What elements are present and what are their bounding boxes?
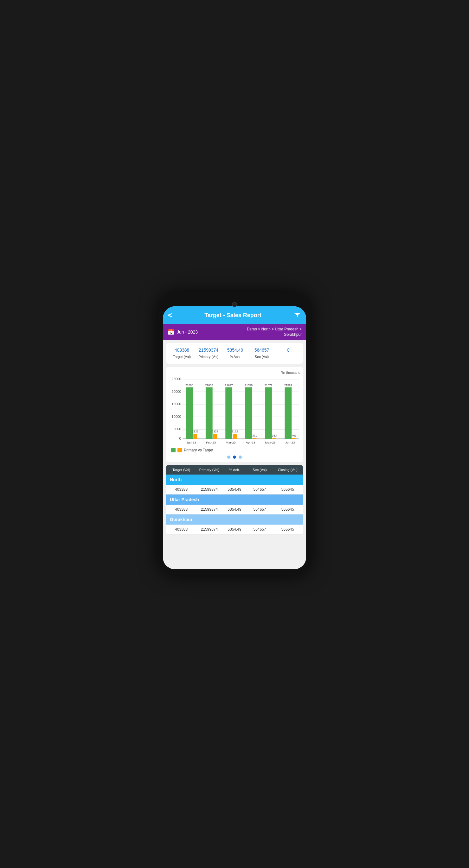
svg-text:10000: 10000: [171, 414, 181, 418]
svg-rect-32: [265, 387, 272, 438]
section-gorakhpur-header[interactable]: Gorakhpur: [166, 515, 303, 525]
svg-text:21558: 21558: [245, 383, 253, 386]
phone-frame: < Target - Sales Report 📅 Jun - 2023 Dem…: [158, 293, 311, 575]
svg-text:Jun-23: Jun-23: [285, 441, 295, 444]
gorakhpur-target: 403388: [167, 527, 195, 532]
back-button[interactable]: <: [168, 311, 172, 319]
chart-note: *In thousand: [169, 371, 300, 374]
up-target: 403388: [167, 507, 195, 512]
section-gorakhpur: Gorakhpur 403388 21599374 5354.49 564657…: [166, 515, 303, 534]
gorakhpur-ach: 5354.49: [224, 527, 246, 532]
gorakhpur-closing: 565645: [274, 527, 302, 532]
filter-icon[interactable]: [293, 311, 301, 320]
svg-text:Jan-23: Jan-23: [186, 441, 196, 444]
svg-text:21635: 21635: [205, 383, 213, 386]
summary-target[interactable]: 403388 Target (Val): [169, 347, 195, 359]
chart-dot-1[interactable]: [227, 456, 230, 459]
content-area: 403388 Target (Val) 21599374 Primary (Va…: [163, 340, 306, 569]
date-section[interactable]: 📅 Jun - 2023: [167, 329, 198, 336]
svg-rect-39: [292, 438, 296, 439]
chart-dot-3[interactable]: [239, 456, 242, 459]
svg-text:2122: 2122: [212, 430, 218, 433]
svg-rect-37: [285, 387, 292, 438]
col-ach: % Ach.: [224, 468, 246, 472]
date-label: Jun - 2023: [177, 330, 198, 335]
svg-rect-14: [193, 434, 197, 439]
svg-text:Feb-23: Feb-23: [206, 441, 216, 444]
chart-dot-2[interactable]: [233, 456, 236, 459]
svg-text:5000: 5000: [173, 427, 181, 431]
gorakhpur-primary: 21599374: [195, 527, 223, 532]
svg-text:21608: 21608: [185, 383, 193, 386]
camera: [232, 302, 237, 307]
legend-label: Primary vs Target: [184, 448, 213, 453]
app-header: < Target - Sales Report: [163, 306, 306, 324]
svg-text:0: 0: [179, 437, 181, 440]
svg-text:21572: 21572: [265, 383, 272, 386]
up-closing: 565645: [274, 507, 302, 512]
summary-sec[interactable]: 564657 Sec (Val): [249, 347, 274, 359]
svg-rect-24: [233, 434, 237, 439]
svg-rect-22: [225, 387, 232, 438]
section-north-header[interactable]: North: [166, 474, 303, 485]
table-row: 403388 21599374 5354.49 564657 565645: [166, 525, 303, 534]
svg-text:Apr-23: Apr-23: [246, 441, 256, 444]
svg-text:Mar-23: Mar-23: [226, 441, 236, 444]
chart-area: 25000 20000 15000 10000 5000 0 21608 212…: [169, 376, 300, 445]
chart-card: *In thousand 25000 20000 15000: [166, 367, 303, 462]
svg-text:21599: 21599: [284, 383, 292, 386]
table-row: 403388 21599374 5354.49 564657 565645: [166, 505, 303, 514]
legend-yellow: [177, 448, 182, 453]
svg-text:2122: 2122: [192, 430, 198, 433]
svg-text:403: 403: [292, 434, 297, 437]
svg-rect-12: [186, 387, 193, 438]
north-ach: 5354.49: [224, 487, 246, 492]
svg-rect-27: [245, 387, 252, 438]
summary-primary[interactable]: 21599374 Primary (Val): [196, 347, 221, 359]
page-title: Target - Sales Report: [172, 312, 293, 319]
table-row: 403388 21599374 5354.49 564657 565645: [166, 485, 303, 494]
col-primary: Primary (Val): [195, 468, 223, 472]
phone-screen: < Target - Sales Report 📅 Jun - 2023 Dem…: [163, 306, 306, 569]
chart-pagination[interactable]: [169, 456, 300, 459]
data-table: Target (Val) Primary (Val) % Ach. Sec (V…: [166, 465, 303, 534]
svg-text:May-23: May-23: [265, 441, 275, 444]
svg-text:353: 353: [272, 434, 277, 437]
col-target: Target (Val): [167, 468, 195, 472]
svg-text:2122: 2122: [232, 430, 238, 433]
svg-text:20000: 20000: [171, 389, 181, 393]
up-ach: 5354.49: [224, 507, 246, 512]
svg-text:21627: 21627: [225, 383, 233, 386]
section-north: North 403388 21599374 5354.49 564657 565…: [166, 474, 303, 495]
north-primary: 21599374: [195, 487, 223, 492]
svg-rect-34: [272, 438, 276, 439]
svg-text:15000: 15000: [171, 402, 181, 406]
svg-text:25000: 25000: [171, 377, 181, 381]
summary-extra: C: [276, 347, 301, 359]
legend-green: [171, 448, 176, 453]
summary-ach[interactable]: 5354.49 % Ach.: [223, 347, 248, 359]
col-sec: Sec (Val): [245, 468, 273, 472]
north-sec: 564657: [245, 487, 273, 492]
chart-legend: Primary vs Target: [169, 448, 300, 453]
svg-rect-17: [206, 387, 213, 438]
calendar-icon: 📅: [167, 329, 174, 336]
up-sec: 564657: [245, 507, 273, 512]
table-header: Target (Val) Primary (Val) % Ach. Sec (V…: [166, 465, 303, 474]
date-breadcrumb-bar: 📅 Jun - 2023 Demo > North > Uttar Prades…: [163, 324, 306, 340]
north-closing: 565645: [274, 487, 302, 492]
col-closing: Closing (Val): [274, 468, 302, 472]
gorakhpur-sec: 564657: [245, 527, 273, 532]
svg-rect-29: [253, 438, 256, 439]
up-primary: 21599374: [195, 507, 223, 512]
summary-card: 403388 Target (Val) 21599374 Primary (Va…: [166, 343, 303, 364]
svg-text:371: 371: [252, 434, 257, 437]
section-up-header[interactable]: Uttar Pradesh: [166, 495, 303, 505]
breadcrumb: Demo > North > Uttar Pradesh > Gorakhpur: [247, 327, 302, 337]
svg-rect-19: [213, 434, 217, 439]
section-up: Uttar Pradesh 403388 21599374 5354.49 56…: [166, 495, 303, 515]
north-target: 403388: [167, 487, 195, 492]
